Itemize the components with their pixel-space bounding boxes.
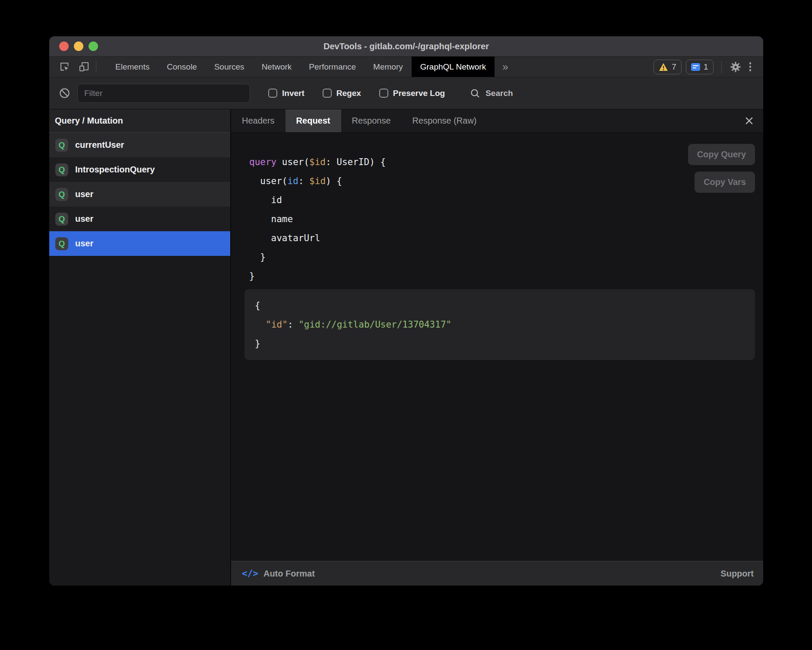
- query-type-badge: Q: [55, 163, 68, 176]
- messages-count: 1: [704, 62, 708, 72]
- support-link[interactable]: Support: [720, 569, 754, 579]
- query-name-label: currentUser: [75, 140, 124, 150]
- search-label: Search: [485, 89, 513, 98]
- detail-tab-strip: HeadersRequestResponseResponse (Raw): [231, 109, 763, 133]
- detail-tab-request[interactable]: Request: [285, 109, 341, 132]
- checkbox-box[interactable]: [379, 89, 388, 98]
- more-tabs-button[interactable]: »: [495, 57, 516, 77]
- detail-tab-response[interactable]: Response: [341, 109, 402, 132]
- graphql-query-code: query user($id: UserID) { user(id: $id) …: [249, 133, 755, 286]
- panel-footer: </> Auto Format Support: [231, 561, 763, 586]
- code-line: name: [249, 210, 755, 229]
- checkbox-regex[interactable]: Regex: [323, 89, 361, 98]
- warnings-badge[interactable]: 7: [653, 60, 682, 74]
- device-toolbar-icon[interactable]: [78, 61, 90, 73]
- code-line: query user($id: UserID) {: [249, 153, 755, 172]
- checkbox-box[interactable]: [268, 89, 277, 98]
- code-line: "id": "gid://gitlab/User/13704317": [255, 315, 745, 334]
- query-list-sidebar: Query / Mutation QcurrentUserQIntrospect…: [49, 109, 230, 586]
- detail-tab-response-raw[interactable]: Response (Raw): [402, 109, 488, 132]
- checkbox-label: Preserve Log: [393, 89, 445, 98]
- auto-format-button[interactable]: </> Auto Format: [242, 568, 315, 579]
- devtools-tab-memory[interactable]: Memory: [365, 57, 412, 77]
- warnings-count: 7: [672, 62, 676, 72]
- messages-badge[interactable]: 1: [686, 60, 714, 74]
- query-name-label: user: [75, 214, 93, 224]
- detail-tab-headers[interactable]: Headers: [231, 109, 285, 132]
- query-name-label: user: [75, 189, 93, 199]
- devtools-tab-elements[interactable]: Elements: [107, 57, 158, 77]
- code-line: user(id: $id) {: [249, 172, 755, 191]
- search-control[interactable]: Search: [470, 88, 513, 99]
- checkbox-label: Invert: [282, 89, 304, 98]
- query-type-badge: Q: [55, 237, 68, 250]
- filter-checkboxes: InvertRegexPreserve Log: [268, 89, 445, 98]
- query-list-item-user-3[interactable]: Quser: [49, 207, 230, 231]
- filter-bar: InvertRegexPreserve Log Search: [49, 77, 763, 109]
- code-line: }: [249, 267, 755, 286]
- code-brackets-icon: </>: [242, 568, 258, 579]
- query-type-badge: Q: [55, 213, 68, 226]
- checkbox-invert[interactable]: Invert: [268, 89, 304, 98]
- toolbar-separator: [721, 61, 722, 73]
- devtools-tab-console[interactable]: Console: [158, 57, 206, 77]
- code-line: }: [255, 334, 745, 353]
- query-list: QcurrentUserQIntrospectionQueryQuserQuse…: [49, 133, 230, 256]
- inspect-element-icon[interactable]: [59, 61, 70, 73]
- query-name-label: user: [75, 239, 93, 249]
- devtools-window: DevTools - gitlab.com/-/graphql-explorer…: [49, 36, 763, 586]
- title-bar: DevTools - gitlab.com/-/graphql-explorer: [49, 36, 763, 57]
- devtools-toolbar: ElementsConsoleSourcesNetworkPerformance…: [49, 57, 763, 77]
- query-list-item-introspectionquery-1[interactable]: QIntrospectionQuery: [49, 157, 230, 182]
- main-content: Query / Mutation QcurrentUserQIntrospect…: [49, 109, 763, 586]
- devtools-tab-performance[interactable]: Performance: [300, 57, 365, 77]
- devtools-tab-graphql-network[interactable]: GraphQL Network: [412, 57, 495, 77]
- code-line: avatarUrl: [249, 229, 755, 248]
- search-icon: [470, 88, 480, 99]
- code-line: {: [255, 296, 745, 315]
- checkbox-preserve-log[interactable]: Preserve Log: [379, 89, 445, 98]
- auto-format-label: Auto Format: [263, 569, 315, 579]
- detail-panel: HeadersRequestResponseResponse (Raw) que…: [231, 109, 763, 586]
- message-icon: [691, 63, 700, 71]
- query-name-label: IntrospectionQuery: [75, 165, 155, 175]
- code-line: }: [249, 248, 755, 267]
- checkbox-label: Regex: [336, 89, 361, 98]
- query-variables-block: { "id": "gid://gitlab/User/13704317"}: [244, 289, 755, 360]
- settings-gear-icon[interactable]: [730, 61, 742, 73]
- more-options-icon[interactable]: [746, 60, 755, 74]
- toolbar-separator: [96, 61, 96, 73]
- request-view: query user($id: UserID) { user(id: $id) …: [231, 133, 763, 561]
- clear-block-icon[interactable]: [59, 87, 70, 99]
- query-list-item-user-4[interactable]: Quser: [49, 231, 230, 256]
- checkbox-box[interactable]: [323, 89, 332, 98]
- query-list-header: Query / Mutation: [49, 109, 230, 133]
- query-type-badge: Q: [55, 139, 68, 152]
- query-list-item-user-2[interactable]: Quser: [49, 182, 230, 207]
- query-list-item-currentuser-0[interactable]: QcurrentUser: [49, 133, 230, 157]
- devtools-tab-network[interactable]: Network: [253, 57, 301, 77]
- code-line: id: [249, 191, 755, 210]
- warning-icon: [659, 63, 668, 71]
- devtools-tab-strip: ElementsConsoleSourcesNetworkPerformance…: [107, 57, 495, 77]
- filter-input[interactable]: [77, 84, 250, 103]
- window-title: DevTools - gitlab.com/-/graphql-explorer: [49, 41, 763, 51]
- copy-query-button[interactable]: Copy Query: [688, 144, 755, 165]
- copy-vars-button[interactable]: Copy Vars: [695, 172, 755, 193]
- query-type-badge: Q: [55, 188, 68, 201]
- close-panel-icon[interactable]: [745, 109, 754, 132]
- devtools-tab-sources[interactable]: Sources: [206, 57, 253, 77]
